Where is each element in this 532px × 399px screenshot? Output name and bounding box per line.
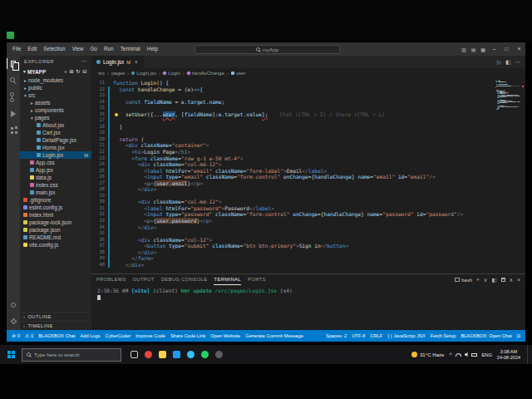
refresh-icon[interactable]: ↻	[76, 69, 80, 74]
code-line-36[interactable]: 36 <div className="col-12">	[91, 237, 492, 244]
start-button[interactable]	[0, 345, 22, 364]
taskbar-icon-whatsapp[interactable]	[201, 351, 209, 358]
file-package-lock-json[interactable]: package-lock.json	[20, 219, 91, 226]
file-index-css[interactable]: index.css	[20, 181, 91, 189]
file-login-jsx[interactable]: Login.jsxM	[20, 151, 91, 159]
menu-go[interactable]: Go	[86, 42, 101, 56]
folder-node-modules[interactable]: ▸node_modules	[20, 76, 91, 84]
command-center[interactable]: myApp	[195, 45, 340, 54]
code-line-11[interactable]: 11function Login() {	[91, 80, 492, 86]
file-gitignore[interactable]: .gitignore	[20, 196, 91, 204]
file-home-jsx[interactable]: Home.jsx	[20, 144, 91, 151]
status-share-code-link[interactable]: Share Code Link	[170, 333, 205, 338]
status-cybercoder[interactable]: CyberCoder	[106, 333, 131, 338]
shell-selector[interactable]: bash	[455, 278, 472, 283]
status-0[interactable]: ⚠0	[25, 333, 33, 338]
run-icon[interactable]: ▷	[497, 59, 501, 66]
weather-widget[interactable]: 31°C Haze	[411, 352, 445, 357]
settings-icon[interactable]	[7, 316, 20, 327]
language-indicator[interactable]: ENG	[482, 352, 492, 357]
file-package-json[interactable]: package.json	[20, 226, 91, 234]
file-eslint-config-js[interactable]: eslint.config.js	[20, 204, 91, 211]
taskbar-icon-task-view[interactable]	[131, 351, 138, 358]
breadcrumb-user[interactable]: user	[231, 71, 246, 76]
taskbar-icon-chrome[interactable]	[145, 351, 152, 358]
new-file-icon[interactable]: +	[64, 69, 66, 74]
panel-tab-ports[interactable]: PORTS	[248, 274, 266, 285]
code-line-23[interactable]: 23 <form className="row g-3 w-50 mt-4">	[91, 155, 492, 162]
close-icon[interactable]: ×	[517, 277, 520, 283]
status-blackbox-open-chat[interactable]: BLACKBOX: Open Chat	[461, 333, 511, 338]
status-utf-8[interactable]: UTF-8	[352, 333, 365, 338]
file-vite-config-js[interactable]: vite.config.js	[20, 241, 91, 249]
menu-selection[interactable]: Selection	[40, 42, 68, 56]
file-main-jsx[interactable]: main.jsx	[20, 189, 91, 196]
account-icon[interactable]	[7, 299, 20, 310]
status-fetch-setup[interactable]: Fetch Setup	[431, 333, 456, 338]
status-0[interactable]: ⊘0	[12, 333, 20, 338]
breadcrumb-handlechange[interactable]: handleChange	[187, 71, 224, 76]
battery-icon[interactable]	[471, 353, 477, 357]
code-line-13[interactable]: 13	[91, 92, 492, 99]
extensions-icon[interactable]	[7, 125, 20, 135]
clock[interactable]: 3:08 AM 24-08-2024	[497, 349, 520, 359]
new-folder-icon[interactable]: ⊞	[69, 69, 73, 74]
menu-file[interactable]: File	[9, 42, 24, 56]
file-readme-md[interactable]: README.md	[20, 234, 91, 241]
tab-login-jsx[interactable]: Login.jsx M ×	[91, 56, 144, 68]
code-line-33[interactable]: 33 <p>{user.password}</p>	[91, 218, 492, 224]
file-app-css[interactable]: App.css	[20, 159, 91, 166]
taskbar-icon-edge[interactable]	[187, 351, 195, 358]
toggle-sidebar-icon[interactable]: ▥	[459, 47, 469, 52]
status-blackbox-chat[interactable]: BLACKBOX Chat	[38, 333, 75, 338]
code-line-25[interactable]: 25 <label htmlFor="email" className="for…	[91, 168, 492, 175]
search-icon[interactable]	[7, 75, 20, 86]
lightbulb-icon[interactable]	[115, 113, 118, 116]
close-tab-icon[interactable]: ×	[135, 59, 138, 65]
code-line-31[interactable]: 31 <label htmlFor="password">Password</l…	[91, 205, 492, 212]
code-line-30[interactable]: 30 <div className="col-md-12">	[91, 199, 492, 205]
code-line-19[interactable]: 19	[91, 130, 492, 136]
run-debug-icon[interactable]	[7, 108, 20, 119]
code-line-16[interactable]: 16 setUser({...user, [fieldName]:e.targe…	[91, 111, 492, 118]
code-line-20[interactable]: 20 return (	[91, 136, 492, 143]
code-line-21[interactable]: 21 <div className="container">	[91, 142, 492, 149]
folder-public[interactable]: ▸public	[20, 84, 91, 91]
code-line-35[interactable]: 35	[91, 230, 492, 237]
trash-icon[interactable]	[501, 278, 505, 282]
code-line-14[interactable]: 14 const fieldName = e.target.name;	[91, 99, 492, 106]
menu-help[interactable]: Help	[144, 42, 161, 56]
folder-assets[interactable]: ▸assets	[20, 99, 91, 106]
bell-icon[interactable]: Ω	[517, 333, 520, 338]
project-root-row[interactable]: ▾ MYAPP +⊞↻⊟	[20, 67, 91, 76]
toggle-panel-icon[interactable]: ▤	[469, 47, 479, 52]
status-improve-code[interactable]: Improve Code	[135, 333, 165, 338]
taskbar-icon-file-explorer[interactable]	[159, 351, 166, 358]
code-line-32[interactable]: 32 <input type="password" className="for…	[91, 211, 492, 218]
code-line-39[interactable]: 39 </form>	[91, 255, 492, 262]
hidden-icons-button[interactable]: ^	[449, 352, 451, 357]
status-crlf[interactable]: CRLF	[370, 333, 382, 338]
section-timeline[interactable]: ›TIMELINE	[20, 321, 91, 330]
minimap[interactable]	[495, 81, 520, 111]
panel-tab-debug-console[interactable]: DEBUG CONSOLE	[161, 274, 208, 285]
folder-src[interactable]: ▾src	[20, 91, 91, 99]
status-spaces-2[interactable]: Spaces: 2	[326, 333, 347, 338]
code-line-40[interactable]: 40 </div>	[91, 262, 492, 268]
breadcrumb-pages[interactable]: pages	[111, 71, 125, 76]
code-line-27[interactable]: 27 <p>{user.email}</p>	[91, 180, 492, 187]
panel-tab-terminal[interactable]: TERMINAL	[214, 274, 241, 285]
file-index-html[interactable]: index.html	[20, 211, 91, 219]
code-line-37[interactable]: 37 <button type="submit" className="btn …	[91, 243, 492, 249]
code-line-24[interactable]: 24 <div className="col-md-12">	[91, 161, 492, 168]
breadcrumb-src[interactable]: src	[98, 71, 105, 76]
folder-components[interactable]: ▸components	[20, 106, 91, 114]
menu-terminal[interactable]: Terminal	[117, 42, 144, 56]
status-open-website[interactable]: Open Website	[210, 333, 240, 338]
file-data-js[interactable]: data.js	[20, 174, 91, 181]
close-button[interactable]: ×	[513, 42, 525, 56]
code-line-28[interactable]: 28 </div>	[91, 186, 492, 193]
new-terminal-icon[interactable]: +	[476, 277, 480, 283]
dropdown-icon[interactable]: ∨	[484, 277, 488, 283]
code-line-26[interactable]: 26 <input type="email" className="form-c…	[91, 174, 492, 180]
